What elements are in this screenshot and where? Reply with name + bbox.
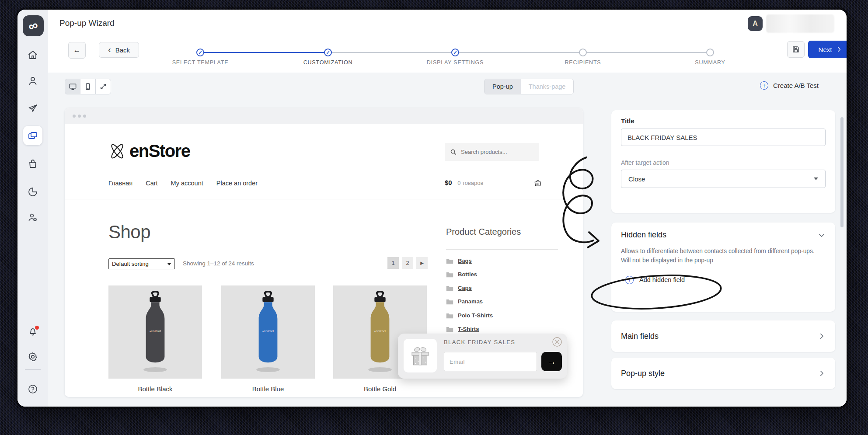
folder-icon bbox=[446, 313, 453, 319]
category-link[interactable]: T-Shirts bbox=[458, 326, 479, 332]
category-bags[interactable]: Bags bbox=[446, 258, 472, 264]
store-logo-text: enStore bbox=[129, 141, 190, 161]
select-caret-icon bbox=[167, 263, 171, 265]
panel-scrollbar[interactable] bbox=[840, 117, 844, 227]
page-1-button[interactable]: 1 bbox=[387, 257, 399, 269]
sidebar-item-popups[interactable] bbox=[23, 126, 42, 145]
sidebar-item-contacts[interactable] bbox=[23, 71, 42, 90]
popup-widget: BLACK FRIDAY SALES → bbox=[398, 334, 567, 379]
store-logo[interactable]: enStore bbox=[108, 141, 190, 161]
step-circle-summary[interactable] bbox=[706, 49, 714, 56]
product-name[interactable]: Bottle Blue bbox=[221, 385, 315, 393]
step-connector bbox=[459, 52, 579, 53]
popup-title: BLACK FRIDAY SALES bbox=[444, 339, 515, 345]
chevron-right-icon bbox=[836, 46, 842, 52]
step-connector bbox=[587, 52, 706, 53]
desktop-icon bbox=[69, 83, 77, 91]
chevron-left-icon: ‹ bbox=[108, 45, 111, 54]
step-label-summary[interactable]: SUMMARY bbox=[658, 59, 763, 66]
results-count: Showing 1–12 of 24 results bbox=[183, 260, 254, 267]
create-ab-test-label: Create A/B Test bbox=[773, 82, 819, 89]
popup-email-input[interactable] bbox=[444, 352, 537, 371]
bottle-black-image: ▪enKod bbox=[135, 291, 176, 374]
step-circle-customization[interactable]: ✓ bbox=[324, 49, 332, 56]
plus-circle-icon: + bbox=[625, 276, 634, 284]
sidebar-item-home[interactable] bbox=[23, 45, 42, 65]
product-card-bottle-blue[interactable]: ▪enKod bbox=[221, 285, 315, 379]
category-link[interactable]: Caps bbox=[458, 285, 472, 291]
screenshot-stage: ∞ bbox=[0, 0, 868, 435]
back-button-label: Back bbox=[115, 46, 130, 54]
chevron-down-icon[interactable] bbox=[818, 231, 826, 239]
step-label-customization[interactable]: CUSTOMIZATION bbox=[275, 59, 380, 66]
hidden-fields-description: Allows to differentiate between contacts… bbox=[621, 247, 826, 265]
sidebar-item-campaigns[interactable] bbox=[23, 99, 42, 118]
nav-item-place-order[interactable]: Place an order bbox=[216, 180, 258, 187]
search-input[interactable] bbox=[460, 148, 527, 156]
sorting-select[interactable]: Default sorting bbox=[108, 258, 175, 269]
sidebar-item-notifications[interactable] bbox=[23, 322, 42, 341]
save-button[interactable] bbox=[787, 41, 805, 58]
category-polo-t-shirts[interactable]: Polo T-Shirts bbox=[446, 312, 493, 319]
category-link[interactable]: Polo T-Shirts bbox=[458, 312, 493, 319]
nav-item-home[interactable]: Главная bbox=[108, 180, 132, 187]
avatar[interactable]: A bbox=[748, 16, 763, 31]
sidebar-divider bbox=[25, 369, 41, 370]
product-name[interactable]: Bottle Gold bbox=[333, 385, 427, 393]
step-label-select-template[interactable]: SELECT TEMPLATE bbox=[148, 59, 253, 66]
next-page-button[interactable]: ▶ bbox=[416, 257, 428, 269]
popup-submit-button[interactable]: → bbox=[541, 352, 562, 371]
create-ab-test-button[interactable]: + Create A/B Test bbox=[760, 81, 819, 90]
category-link[interactable]: Bottles bbox=[458, 271, 477, 278]
tab-popup[interactable]: Pop-up bbox=[485, 79, 521, 94]
after-action-select[interactable]: Close bbox=[621, 170, 826, 188]
window-dot-icon bbox=[78, 115, 81, 118]
category-link[interactable]: Panamas bbox=[458, 298, 483, 305]
step-label-recipients[interactable]: RECIPIENTS bbox=[530, 59, 635, 66]
sidebar-item-help[interactable] bbox=[23, 379, 42, 399]
store-cart-summary[interactable]: $0 0 товаров bbox=[445, 179, 542, 187]
back-button[interactable]: ‹ Back bbox=[99, 42, 139, 58]
sidebar-item-account-settings[interactable] bbox=[23, 208, 42, 227]
category-t-shirts[interactable]: T-Shirts bbox=[446, 326, 479, 332]
desktop-view-button[interactable] bbox=[65, 79, 80, 94]
folder-icon bbox=[446, 326, 453, 332]
popup-close-button[interactable] bbox=[552, 337, 562, 347]
popup-settings-card: Title After target action Close bbox=[611, 110, 835, 213]
product-name[interactable]: Bottle Black bbox=[108, 385, 202, 393]
add-hidden-field-button[interactable]: + Add hidden field bbox=[621, 276, 826, 284]
main-fields-card[interactable]: Main fields bbox=[611, 320, 835, 352]
mobile-view-button[interactable] bbox=[80, 79, 96, 94]
category-caps[interactable]: Caps bbox=[446, 285, 472, 291]
step-label-display-settings[interactable]: DISPLAY SETTINGS bbox=[403, 59, 508, 66]
popup-style-card[interactable]: Pop-up style bbox=[611, 358, 835, 389]
sidebar-item-settings[interactable] bbox=[23, 347, 42, 366]
store-search-box[interactable] bbox=[445, 143, 539, 161]
store-nav: Главная Cart My account Place an order bbox=[108, 180, 258, 187]
home-icon bbox=[28, 50, 38, 60]
step-circle-display-settings[interactable]: ✓ bbox=[451, 49, 459, 56]
title-field-input[interactable] bbox=[621, 129, 826, 146]
category-link[interactable]: Bags bbox=[458, 258, 472, 264]
next-button[interactable]: Next bbox=[808, 41, 847, 58]
sidebar-item-shop[interactable] bbox=[23, 154, 42, 174]
nav-item-my-account[interactable]: My account bbox=[171, 180, 203, 187]
popup-windows-icon bbox=[28, 130, 38, 141]
window-dot-icon bbox=[83, 115, 86, 118]
pie-chart-icon bbox=[28, 187, 38, 197]
step-circle-recipients[interactable] bbox=[579, 49, 587, 56]
shopping-bag-icon bbox=[28, 159, 38, 169]
category-bottles[interactable]: Bottles bbox=[446, 271, 477, 278]
window-dot-icon bbox=[73, 115, 76, 118]
step-circle-select-template[interactable]: ✓ bbox=[196, 49, 204, 56]
tab-thanks-page[interactable]: Thanks-page bbox=[521, 79, 574, 94]
add-hidden-field-label: Add hidden field bbox=[639, 276, 685, 283]
back-arrow-button[interactable]: ← bbox=[68, 42, 86, 59]
nav-item-cart[interactable]: Cart bbox=[146, 180, 157, 187]
page-2-button[interactable]: 2 bbox=[402, 257, 413, 269]
enkod-logo[interactable]: ∞ bbox=[23, 15, 44, 36]
fullscreen-button[interactable] bbox=[95, 79, 111, 94]
sidebar-item-analytics[interactable] bbox=[23, 182, 42, 202]
category-panamas[interactable]: Panamas bbox=[446, 298, 483, 305]
product-card-bottle-black[interactable]: ▪enKod bbox=[108, 285, 202, 379]
